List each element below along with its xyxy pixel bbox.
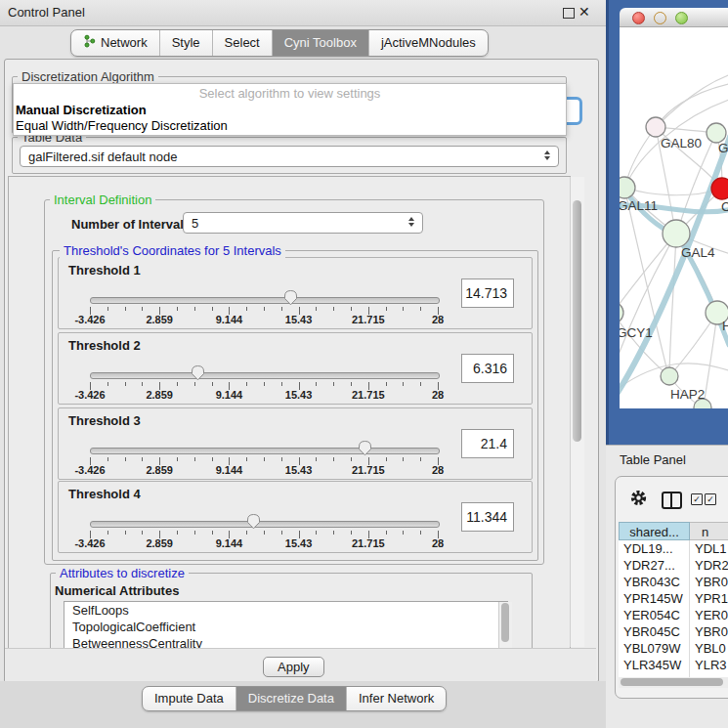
tab-select[interactable]: Select	[212, 30, 272, 56]
tick-mark	[194, 531, 195, 535]
show-columns-icon[interactable]	[662, 492, 682, 509]
cell-name[interactable]: YDR2	[690, 557, 728, 574]
attribute-list-item[interactable]: TopologicalCoefficient	[64, 619, 507, 635]
tick-mark	[316, 457, 317, 461]
cell-shared-name[interactable]: YBR043C	[619, 574, 690, 590]
threshold-panel: Threshold 3-3.4262.8599.14415.4321.71528…	[58, 407, 533, 480]
tick-mark	[194, 307, 195, 311]
table-horizontal-scrollbar[interactable]	[619, 677, 728, 688]
tick-mark	[142, 307, 143, 311]
tick-label: 21.715	[339, 389, 398, 401]
gear-icon[interactable]	[629, 489, 648, 510]
number-of-intervals-label: Number of Intervals	[71, 217, 191, 232]
network-node[interactable]	[620, 177, 635, 198]
table-data-combobox[interactable]: galFiltered.sif default node	[20, 146, 559, 167]
cell-shared-name[interactable]: YBL079W	[619, 640, 690, 657]
cell-shared-name[interactable]: YER054C	[619, 607, 690, 623]
number-of-intervals-combobox[interactable]: 5	[183, 212, 423, 234]
tick-mark	[333, 531, 334, 535]
interval-definition-title: Interval Definition	[50, 193, 155, 207]
network-edge	[669, 234, 676, 374]
network-node[interactable]	[661, 367, 678, 385]
cell-name[interactable]: YLR3	[690, 657, 728, 673]
table-row: YER054CYER0	[619, 607, 728, 623]
slider-thumb[interactable]	[246, 513, 261, 530]
slider-track[interactable]	[90, 521, 440, 528]
tick-mark	[316, 382, 317, 386]
threshold-label: Threshold 4	[68, 487, 141, 501]
attributes-title: Attributes to discretize	[56, 566, 189, 580]
slider-track[interactable]	[90, 297, 440, 304]
zoom-traffic-light[interactable]	[675, 12, 688, 24]
algorithm-option-manual[interactable]: Manual Discretization	[14, 103, 566, 118]
minimize-traffic-light[interactable]	[654, 12, 666, 24]
tick-mark	[333, 382, 334, 386]
tick-mark	[125, 457, 126, 461]
checkbox-icon[interactable]: ✓	[705, 493, 716, 505]
slider-track[interactable]	[90, 372, 440, 379]
tick-label: 2.859	[130, 314, 189, 325]
tick-mark	[125, 382, 126, 386]
threshold-value-field[interactable]: 14.713	[461, 278, 514, 308]
cell-shared-name[interactable]: YDL19...	[619, 540, 690, 557]
tab-network[interactable]: Network	[71, 30, 159, 56]
cell-name[interactable]: YBR0	[690, 623, 728, 640]
slider-track[interactable]	[90, 448, 440, 454]
tab-discretize-data[interactable]: Discretize Data	[236, 687, 346, 710]
threshold-value-field[interactable]: 6.316	[461, 354, 514, 383]
tab-impute-data[interactable]: Impute Data	[143, 687, 236, 710]
network-window-titlebar[interactable]	[620, 8, 728, 27]
cell-name[interactable]: YER0	[690, 607, 728, 623]
tick-label: -3.426	[61, 464, 119, 476]
threshold-panel: Threshold 4-3.4262.8599.14415.4321.71528…	[58, 481, 533, 553]
scrollbar-thumb[interactable]	[501, 603, 509, 642]
float-window-icon[interactable]	[563, 8, 575, 19]
node-label: GCY1	[620, 325, 653, 340]
tick-mark	[107, 307, 108, 311]
slider-thumb[interactable]	[283, 289, 298, 306]
scrollbar-thumb[interactable]	[573, 200, 581, 442]
slider-thumb[interactable]	[358, 440, 372, 456]
algorithm-option-placeholder[interactable]: Select algorithm to view settings	[14, 84, 566, 103]
column-header-shared-name[interactable]: shared...	[619, 522, 690, 540]
slider-thumb[interactable]	[191, 364, 205, 381]
cell-shared-name[interactable]: YDR27...	[619, 557, 690, 574]
attribute-list-item[interactable]: SelfLoops	[64, 602, 507, 619]
checkbox-icon[interactable]: ✓	[691, 493, 703, 505]
table-row: YPR145WYPR1	[619, 590, 728, 607]
threshold-value-field[interactable]: 11.344	[461, 502, 514, 532]
tab-style[interactable]: Style	[159, 30, 212, 56]
cell-name[interactable]: YDL1	[690, 540, 728, 557]
attributes-list-scrollbar[interactable]	[498, 602, 512, 650]
algorithm-option-equal-width[interactable]: Equal Width/Frequency Discretization	[14, 118, 566, 134]
column-header-name[interactable]: n	[690, 522, 728, 540]
scrollbar-thumb[interactable]	[621, 678, 723, 686]
tab-cyni-toolbox[interactable]: Cyni Toolbox	[272, 30, 368, 56]
tick-mark	[264, 382, 265, 386]
tab-jactivemnodules[interactable]: jActiveMNodules	[368, 30, 488, 56]
network-canvas[interactable]: GAL80GACGAL11GAL4GCY1HHAP2	[620, 27, 728, 408]
cell-shared-name[interactable]: YLR345W	[619, 657, 690, 673]
apply-button[interactable]: Apply	[263, 657, 324, 677]
network-icon	[83, 34, 96, 51]
cell-shared-name[interactable]: YBR045C	[619, 623, 690, 640]
tab-infer-network[interactable]: Infer Network	[346, 687, 446, 710]
cell-name[interactable]: YBL0	[690, 640, 728, 657]
cell-name[interactable]: YPR1	[690, 590, 728, 607]
table-panel: Table Panel ✓ ✓ shared... n YDL19...YDL1…	[606, 445, 728, 728]
cell-shared-name[interactable]: YPR145W	[619, 590, 690, 607]
tick-label: 15.43	[270, 464, 328, 476]
close-traffic-light[interactable]	[632, 12, 645, 24]
node-label: H	[722, 319, 728, 333]
close-panel-icon[interactable]: ✕	[578, 4, 590, 20]
network-node[interactable]	[620, 302, 623, 323]
threshold-value-field[interactable]: 21.4	[461, 429, 514, 458]
cell-name[interactable]: YBR0	[690, 574, 728, 590]
network-node[interactable]	[646, 117, 665, 137]
network-node[interactable]	[707, 123, 726, 143]
tick-mark	[194, 457, 195, 461]
network-node[interactable]	[711, 178, 728, 199]
settings-vertical-scrollbar[interactable]	[570, 177, 584, 647]
settings-scrollpane: Interval Definition Number of Intervals …	[8, 176, 571, 650]
network-node[interactable]	[663, 220, 690, 247]
